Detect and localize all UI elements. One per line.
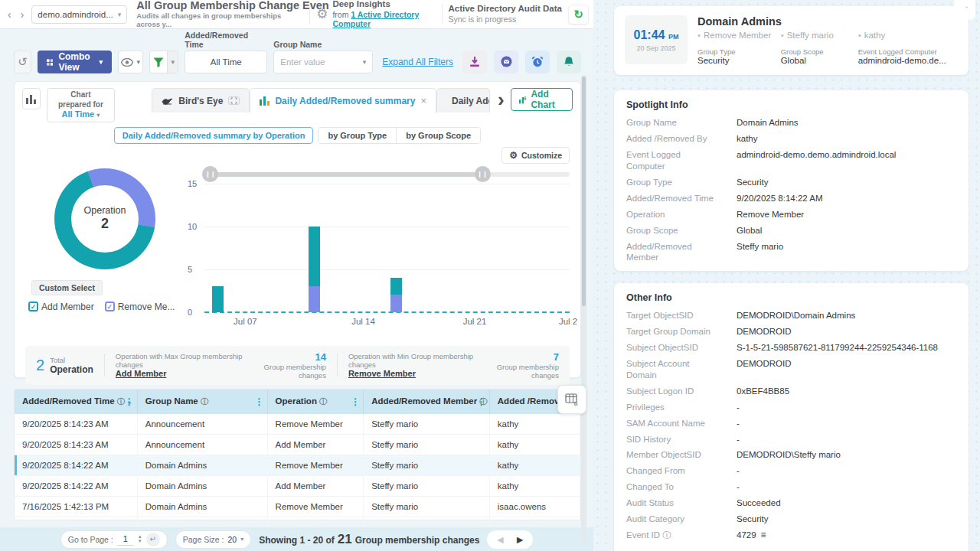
bar-chart-icon (26, 94, 36, 104)
column-menu-icon[interactable]: ⋮ (125, 396, 134, 407)
max-operation-link[interactable]: Add Member (116, 369, 244, 378)
chart-type-button[interactable] (22, 88, 41, 109)
bar-chart: ❙❙ ❙❙ 051015 Jul 07Jul 14Jul 21Jul 2 (188, 164, 570, 340)
legend-label: Remove Me... (118, 302, 175, 312)
column-header-0[interactable]: Added/Removed Time ⓘ ⌄⋮ (15, 390, 137, 414)
main-content: ↺ Combo View ▾ ▾ ▾ Added/Removed Time Al… (0, 29, 593, 551)
other-row-11: Audit StatusSucceeded (626, 495, 956, 511)
scrollbar[interactable] (581, 75, 586, 543)
table-row[interactable]: 9/20/2025 8:14:23 AMAnnouncementRemove M… (15, 414, 580, 435)
bar-Jul 11[interactable] (309, 227, 320, 312)
expand-all-filters-link[interactable]: Expand All Filters (382, 57, 453, 67)
column-menu-icon[interactable]: ⋮ (255, 396, 264, 407)
group-name-select[interactable]: Enter value ▾ (273, 51, 373, 73)
field-value: 0xBEF4BB85 (737, 386, 789, 397)
slider-handle-right[interactable]: ❙❙ (475, 166, 491, 182)
tab-daily-added-removed-2[interactable]: Daily Added/Re (436, 88, 490, 112)
column-header-3[interactable]: Added/Removed Member ⓘ⋮ (364, 390, 490, 414)
view-options-button[interactable]: ▾ (118, 51, 143, 73)
prev-page-icon[interactable]: ◄ (495, 533, 505, 546)
goto-page-submit-button[interactable]: ↵ (146, 533, 160, 546)
other-row-9: Changed From- (626, 463, 956, 479)
checkbox-icon[interactable]: ✓ (105, 302, 115, 311)
tabs-scroll-right-icon[interactable]: › (498, 88, 505, 111)
download-button[interactable] (462, 51, 487, 73)
field-value: - (737, 481, 740, 493)
other-row-3: Subject Account DomainDEMODROID (626, 356, 956, 383)
alarm-button[interactable] (525, 51, 550, 73)
field-label: Audit Category (626, 514, 720, 525)
slider-range[interactable] (210, 172, 482, 177)
operation-donut[interactable]: Operation 2 (54, 168, 155, 269)
legend-item-0[interactable]: ✓Add Member (28, 302, 94, 312)
filter-button[interactable]: ▾ (149, 51, 178, 73)
goto-page-input[interactable] (117, 533, 134, 546)
next-page-icon[interactable]: ► (514, 533, 525, 546)
bar-Jul 05[interactable] (212, 286, 224, 312)
event-time-box: 01:44 PM 20 Sep 2025 (625, 15, 688, 64)
notification-bell-button[interactable] (557, 51, 581, 73)
bar-Jul 16[interactable] (390, 278, 402, 312)
combo-view-button[interactable]: Combo View ▾ (38, 51, 112, 73)
close-tab-icon[interactable]: × (420, 95, 426, 106)
table-row[interactable]: 7/16/2025 1:42:13 PMDomain AdminsRemove … (15, 497, 580, 517)
table-row[interactable]: 9/20/2025 8:14:22 AMDomain AdminsAdd Mem… (15, 476, 580, 497)
page-stepper[interactable]: ▲▼ (138, 535, 142, 543)
page-size-value: 20 (227, 535, 237, 544)
bell-icon (564, 56, 574, 68)
column-menu-icon[interactable]: ⋮ (351, 396, 360, 407)
table-row[interactable]: 9/20/2025 8:14:22 AMDomain AdminsRemove … (15, 455, 580, 476)
column-header-1[interactable]: Group Name ⓘ⋮ (137, 390, 267, 414)
min-operation-link[interactable]: Remove Member (348, 369, 477, 378)
nav-back-icon[interactable]: ‹ (6, 8, 13, 21)
custom-select-button[interactable]: Custom Select (31, 280, 103, 295)
nav-forward-icon[interactable]: › (19, 8, 26, 21)
event-field-0: Group TypeSecurity (697, 43, 781, 65)
chart-prepared-for[interactable]: Chart prepared for All Time ▾ (47, 88, 116, 122)
expand-icon[interactable] (228, 96, 240, 105)
bar-segment-add (309, 227, 320, 286)
subtab-1[interactable]: by Group Scope (396, 128, 480, 143)
event-id-menu-icon[interactable]: ≡ (761, 530, 766, 540)
deep-insights-icon: ⚙ (316, 6, 328, 22)
tab-birds-eye[interactable]: Bird's Eye (152, 88, 250, 112)
column-label: Added/Removed Member (371, 396, 479, 406)
field-value: - (737, 418, 740, 429)
filter-funnel-icon (153, 57, 164, 67)
x-axis-tick: Jul 14 (351, 317, 375, 326)
donut-chart: Operation 2 Custom Select ✓Add Member✓Re… (25, 164, 188, 331)
page-size-control[interactable]: Page Size : 20 ▾ (175, 530, 251, 549)
domain-selector-value: demo.admindroid... (38, 10, 113, 19)
reset-button[interactable]: ↺ (14, 51, 31, 73)
donut-center-value: 2 (101, 216, 109, 232)
field-value: 4729≡ (737, 530, 766, 542)
subtab-by-operation[interactable]: Daily Added/Removed summary by Operation (114, 127, 314, 144)
refresh-button[interactable]: ↻ (568, 5, 589, 24)
checkbox-icon[interactable]: ✓ (28, 302, 38, 311)
customize-button[interactable]: ⚙ Customize (501, 147, 570, 164)
legend-item-1[interactable]: ✓Remove Me... (105, 302, 175, 312)
add-chart-button[interactable]: Add Chart (511, 88, 573, 111)
time-filter-input[interactable]: All Time (185, 51, 267, 73)
subtab-0[interactable]: by Group Type (318, 128, 396, 143)
field-label: Group Scope (781, 47, 858, 56)
cell-1: Domain Admins (137, 455, 267, 476)
chat-button[interactable] (494, 51, 518, 73)
deep-insights-block: ⚙ Deep Insights from 1 Active Directory … (316, 0, 436, 29)
max-value: 14 (250, 351, 326, 363)
total-label: Total (50, 356, 93, 364)
slider-handle-left[interactable]: ❙❙ (202, 166, 218, 182)
field-label: Privileges (626, 402, 720, 413)
add-chart-icon (519, 95, 527, 105)
table-row[interactable]: 9/20/2025 8:14:23 AMAnnouncementAdd Memb… (15, 435, 580, 455)
tab-daily-added-removed-summary[interactable]: Daily Added/Removed summary × (250, 88, 436, 112)
column-menu-icon[interactable]: ⋮ (477, 396, 486, 407)
domain-selector[interactable]: demo.admindroid... ▾ (31, 5, 127, 24)
column-settings-button[interactable]: ⚙ (557, 385, 586, 414)
field-label: Event Logged Computer (626, 149, 720, 172)
field-value: DEMODROID (737, 358, 792, 381)
bar-plot-area[interactable]: 051015 (204, 184, 570, 312)
filter-toolbar: ↺ Combo View ▾ ▾ ▾ Added/Removed Time Al… (0, 29, 593, 73)
cell-2: Remove Member (267, 414, 364, 435)
column-header-2[interactable]: Operation ⓘ⋮ (267, 390, 364, 414)
